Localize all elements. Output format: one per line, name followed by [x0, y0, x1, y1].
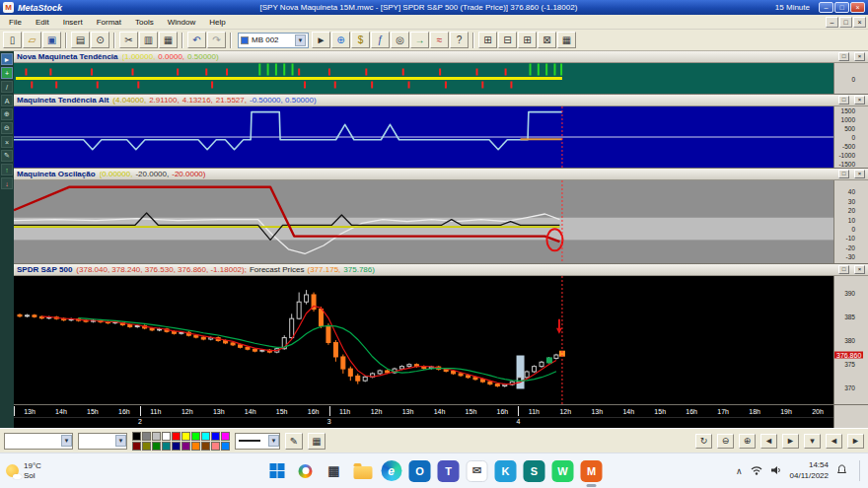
redo-button[interactable]: ↷	[207, 32, 226, 48]
color-swatch[interactable]	[172, 432, 181, 441]
show-desktop-button[interactable]	[859, 460, 862, 481]
text-tool[interactable]: A	[1, 95, 13, 106]
page-right-icon[interactable]: ►	[847, 434, 864, 449]
zoom-in-tool[interactable]: ⊕	[1, 108, 13, 120]
trendline-tool[interactable]: /	[1, 81, 13, 93]
maximize-button[interactable]: □	[834, 2, 849, 13]
cascade-windows-button[interactable]: ⊟	[498, 32, 517, 48]
color-swatch[interactable]	[132, 432, 141, 441]
layout-combo[interactable]: MB 002▼	[238, 33, 309, 48]
hidden-icons-chevron[interactable]: ∧	[736, 466, 743, 476]
pointer-button[interactable]: ►	[312, 32, 330, 48]
split-horizontal-button[interactable]: ⊞	[518, 32, 537, 48]
menu-help[interactable]: Help	[202, 17, 232, 28]
color-swatch[interactable]	[152, 432, 161, 441]
color-swatch[interactable]	[181, 432, 190, 441]
notifications-bell-icon[interactable]	[836, 464, 847, 477]
fill-style-button[interactable]: ▦	[308, 433, 326, 450]
time-axis[interactable]: 13h14h15h16h11h12h13h14h15h16h11h12h13h1…	[14, 405, 833, 428]
color-swatch[interactable]	[221, 442, 230, 451]
color-swatch[interactable]	[191, 432, 200, 441]
color-swatch[interactable]	[201, 442, 210, 451]
color-swatch[interactable]	[142, 442, 151, 451]
scroll-right-icon[interactable]: ►	[782, 434, 799, 449]
delete-tool[interactable]: ×	[1, 136, 13, 148]
menu-edit[interactable]: Edit	[29, 17, 56, 28]
paste-button[interactable]: ▦	[159, 32, 178, 48]
color-swatch[interactable]	[181, 442, 190, 451]
color-swatch[interactable]	[201, 432, 210, 441]
pane-3-scale[interactable]: 403020100-10-20-30	[833, 180, 868, 263]
explorer-button[interactable]: ◎	[391, 32, 409, 48]
start-button[interactable]	[266, 460, 288, 482]
undo-button[interactable]: ↶	[187, 32, 206, 48]
messenger-button[interactable]: K	[495, 460, 517, 482]
pane-4-plot[interactable]	[14, 276, 833, 404]
draw-tool[interactable]: ✎	[1, 150, 13, 162]
mdi-close-button[interactable]: ×	[853, 17, 866, 28]
pen-style-button[interactable]: ✎	[285, 433, 303, 450]
mdi-minimize-button[interactable]: –	[826, 17, 838, 28]
period-combo[interactable]: ▼	[78, 433, 127, 450]
menu-format[interactable]: Format	[90, 17, 128, 28]
tile-windows-button[interactable]: ⊞	[478, 32, 497, 48]
pane-maximize-button[interactable]: □	[838, 170, 849, 178]
buy-arrow-tool[interactable]: ↑	[1, 164, 13, 175]
store-button[interactable]: S	[524, 460, 545, 482]
search-button[interactable]	[295, 460, 317, 482]
copy-button[interactable]: ▥	[139, 32, 158, 48]
menu-insert[interactable]: Insert	[56, 17, 90, 28]
pane-close-button[interactable]: ×	[854, 52, 865, 61]
pane-maximize-button[interactable]: □	[838, 96, 849, 105]
minimize-button[interactable]: –	[819, 2, 833, 13]
pointer-tool[interactable]: ►	[1, 53, 13, 65]
system-tester-button[interactable]: ≈	[430, 32, 449, 48]
cut-button[interactable]: ✂	[119, 32, 138, 48]
line-style-combo[interactable]: ▼	[235, 433, 280, 450]
color-swatch[interactable]	[221, 432, 230, 441]
crosshair-tool[interactable]: +	[1, 67, 13, 79]
outlook-button[interactable]: O	[409, 460, 431, 482]
open-button[interactable]: ▱	[23, 32, 41, 48]
chevron-down-icon[interactable]: ▼	[295, 35, 306, 46]
print-preview-button[interactable]: ⊙	[91, 32, 109, 48]
print-button[interactable]: ▤	[71, 32, 90, 48]
file-explorer-button[interactable]	[352, 460, 374, 482]
expert-advisor-button[interactable]: →	[410, 32, 429, 48]
color-swatch[interactable]	[132, 442, 141, 451]
sell-arrow-tool[interactable]: ↓	[1, 177, 13, 189]
chevron-down-icon[interactable]: ▼	[115, 435, 126, 447]
pane-2-plot[interactable]	[14, 106, 833, 168]
menu-window[interactable]: Window	[161, 17, 202, 28]
power-console-button[interactable]: ⊕	[331, 32, 350, 48]
split-vertical-button[interactable]: ⊠	[538, 32, 556, 48]
mdi-restore-button[interactable]: □	[839, 17, 852, 28]
pane-1-plot[interactable]	[14, 63, 833, 94]
zoom-in-icon[interactable]: ⊕	[739, 434, 756, 449]
chevron-down-icon[interactable]: ▼	[61, 435, 72, 447]
page-left-icon[interactable]: ◄	[826, 434, 842, 449]
pane-close-button[interactable]: ×	[854, 265, 865, 274]
pane-close-button[interactable]: ×	[854, 170, 865, 178]
scroll-left-icon[interactable]: ◄	[760, 434, 777, 449]
zoom-out-tool[interactable]: ⊖	[1, 122, 13, 134]
pane-1-scale[interactable]: 0	[833, 63, 868, 94]
color-swatch[interactable]	[162, 442, 171, 451]
whatsapp-button[interactable]: W	[552, 460, 574, 482]
network-icon[interactable]	[751, 465, 762, 477]
pane-maximize-button[interactable]: □	[838, 52, 849, 61]
color-swatch[interactable]	[152, 442, 161, 451]
menu-file[interactable]: File	[2, 17, 29, 28]
color-swatch[interactable]	[211, 442, 220, 451]
metastock-button[interactable]: M	[581, 460, 603, 482]
weather-widget[interactable]: 19°C Sol	[6, 461, 41, 480]
indicator-builder-button[interactable]: ƒ	[371, 32, 390, 48]
color-swatch[interactable]	[142, 432, 151, 441]
edge-button[interactable]: e	[381, 460, 402, 482]
menu-tools[interactable]: Tools	[128, 17, 161, 28]
refresh-icon[interactable]: ↻	[695, 434, 712, 449]
color-swatch[interactable]	[191, 442, 200, 451]
pane-4-scale[interactable]: 390385380375370376.860	[833, 276, 868, 404]
task-view-button[interactable]: ▦	[324, 460, 345, 482]
teams-button[interactable]: T	[438, 460, 460, 482]
